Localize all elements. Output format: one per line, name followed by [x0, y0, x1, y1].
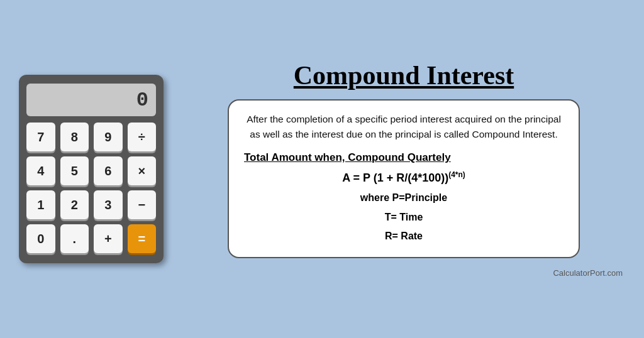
page-title: Compound Interest	[294, 60, 514, 90]
btn-subtract[interactable]: −	[128, 190, 157, 219]
calculator: 0 7 8 9 ÷ 4 5 6 × 1 2 3 − 0 . + =	[19, 75, 164, 263]
btn-1[interactable]: 1	[26, 190, 55, 219]
where-p: where P=Principle	[244, 188, 564, 207]
btn-6[interactable]: 6	[94, 156, 123, 185]
btn-multiply[interactable]: ×	[128, 156, 157, 185]
btn-7[interactable]: 7	[26, 123, 55, 151]
btn-4[interactable]: 4	[26, 156, 55, 185]
btn-decimal[interactable]: .	[60, 224, 89, 253]
where-t: T= Time	[244, 208, 564, 227]
formula-text: A = P (1 + R/(4*100))	[342, 172, 448, 184]
formula-line: A = P (1 + R/(4*100))(4*n)	[244, 170, 564, 185]
where-block: where P=Principle T= Time R= Rate	[244, 188, 564, 246]
info-box: After the completion of a specific perio…	[228, 99, 580, 259]
btn-2[interactable]: 2	[60, 190, 89, 219]
btn-add[interactable]: +	[94, 224, 123, 253]
definition-text: After the completion of a specific perio…	[244, 112, 564, 143]
where-r: R= Rate	[244, 227, 564, 246]
btn-divide[interactable]: ÷	[128, 123, 157, 151]
watermark: CalculatorPort.com	[553, 268, 623, 278]
btn-9[interactable]: 9	[94, 123, 123, 151]
right-content: Compound Interest After the completion o…	[182, 60, 625, 278]
calc-buttons: 7 8 9 ÷ 4 5 6 × 1 2 3 − 0 . + =	[26, 123, 156, 253]
calc-display: 0	[26, 84, 156, 116]
btn-0[interactable]: 0	[26, 224, 55, 253]
btn-8[interactable]: 8	[60, 123, 89, 151]
btn-5[interactable]: 5	[60, 156, 89, 185]
main-container: 0 7 8 9 ÷ 4 5 6 × 1 2 3 − 0 . + = Compou…	[0, 0, 644, 338]
formula-heading: Total Amount when, Compound Quartely	[244, 151, 564, 164]
formula-superscript: (4*n)	[448, 170, 465, 179]
calc-display-value: 0	[136, 89, 148, 112]
btn-equals[interactable]: =	[128, 224, 157, 253]
btn-3[interactable]: 3	[94, 190, 123, 219]
